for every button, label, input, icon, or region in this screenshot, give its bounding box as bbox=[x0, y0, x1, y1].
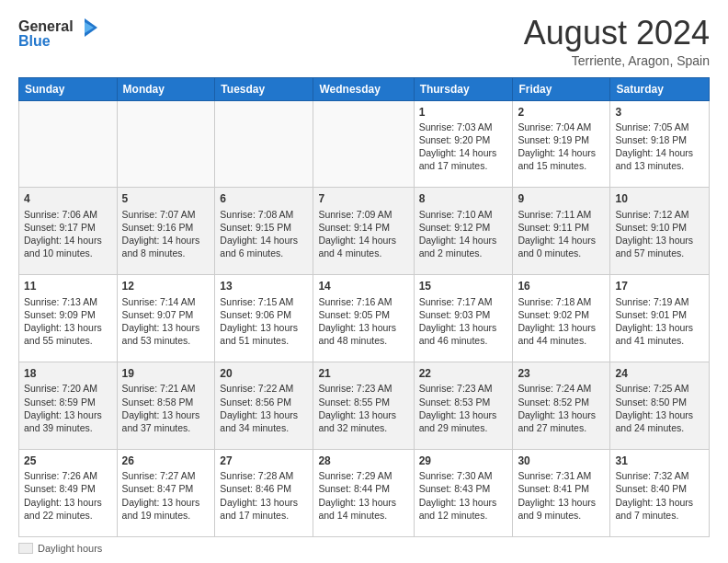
day-number: 16 bbox=[518, 279, 605, 293]
day-number: 4 bbox=[24, 191, 112, 206]
day-number: 29 bbox=[419, 454, 508, 468]
day-number: 9 bbox=[518, 191, 605, 206]
day-number: 10 bbox=[615, 191, 704, 206]
header-wednesday: Wednesday bbox=[313, 77, 414, 100]
day-number: 5 bbox=[122, 191, 210, 206]
header-thursday: Thursday bbox=[414, 77, 513, 100]
legend-label: Daylight hours bbox=[38, 543, 102, 554]
day-number: 19 bbox=[122, 366, 210, 381]
calendar-cell: 6Sunrise: 7:08 AMSunset: 9:15 PMDaylight… bbox=[215, 188, 313, 275]
svg-text:General: General bbox=[18, 18, 74, 34]
calendar-cell bbox=[313, 100, 414, 188]
page: General Blue August 2024 Terriente, Arag… bbox=[0, 0, 728, 563]
logo-text: General Blue bbox=[18, 15, 101, 53]
day-number: 6 bbox=[220, 191, 308, 206]
week-row-2: 4Sunrise: 7:06 AMSunset: 9:17 PMDaylight… bbox=[19, 188, 710, 275]
day-number: 14 bbox=[318, 279, 408, 293]
header-saturday: Saturday bbox=[610, 77, 710, 100]
calendar-cell: 14Sunrise: 7:16 AMSunset: 9:05 PMDayligh… bbox=[313, 275, 414, 362]
day-number: 21 bbox=[318, 366, 408, 381]
day-number: 23 bbox=[518, 366, 605, 381]
calendar-cell bbox=[19, 100, 118, 188]
day-number: 30 bbox=[518, 454, 605, 468]
calendar-cell: 3Sunrise: 7:05 AMSunset: 9:18 PMDaylight… bbox=[610, 100, 710, 188]
day-number: 25 bbox=[24, 454, 112, 468]
calendar-cell bbox=[117, 100, 215, 188]
week-row-5: 25Sunrise: 7:26 AMSunset: 8:49 PMDayligh… bbox=[19, 450, 710, 537]
calendar-cell: 28Sunrise: 7:29 AMSunset: 8:44 PMDayligh… bbox=[313, 450, 414, 537]
logo-svg: General Blue bbox=[18, 15, 101, 50]
week-row-1: 1Sunrise: 7:03 AMSunset: 9:20 PMDaylight… bbox=[19, 100, 710, 188]
calendar-cell: 10Sunrise: 7:12 AMSunset: 9:10 PMDayligh… bbox=[610, 188, 710, 275]
calendar-cell bbox=[215, 100, 313, 188]
calendar-cell: 13Sunrise: 7:15 AMSunset: 9:06 PMDayligh… bbox=[215, 275, 313, 362]
day-number: 13 bbox=[220, 279, 308, 293]
main-title: August 2024 bbox=[524, 15, 710, 52]
calendar-cell: 22Sunrise: 7:23 AMSunset: 8:53 PMDayligh… bbox=[414, 362, 513, 450]
day-number: 18 bbox=[24, 366, 112, 381]
calendar-table: Sunday Monday Tuesday Wednesday Thursday… bbox=[18, 77, 710, 537]
title-block: August 2024 Terriente, Aragon, Spain bbox=[524, 15, 710, 68]
day-number: 7 bbox=[318, 191, 408, 206]
day-number: 1 bbox=[419, 105, 508, 120]
day-number: 3 bbox=[615, 105, 704, 120]
calendar-cell: 21Sunrise: 7:23 AMSunset: 8:55 PMDayligh… bbox=[313, 362, 414, 450]
header-friday: Friday bbox=[513, 77, 610, 100]
day-number: 26 bbox=[122, 454, 210, 468]
subtitle: Terriente, Aragon, Spain bbox=[524, 53, 710, 68]
calendar-cell: 5Sunrise: 7:07 AMSunset: 9:16 PMDaylight… bbox=[117, 188, 215, 275]
calendar-cell: 11Sunrise: 7:13 AMSunset: 9:09 PMDayligh… bbox=[19, 275, 118, 362]
top-section: General Blue August 2024 Terriente, Arag… bbox=[18, 15, 710, 68]
calendar-cell: 31Sunrise: 7:32 AMSunset: 8:40 PMDayligh… bbox=[610, 450, 710, 537]
logo: General Blue bbox=[18, 15, 101, 53]
calendar-cell: 9Sunrise: 7:11 AMSunset: 9:11 PMDaylight… bbox=[513, 188, 610, 275]
calendar-cell: 26Sunrise: 7:27 AMSunset: 8:47 PMDayligh… bbox=[117, 450, 215, 537]
calendar-header: Sunday Monday Tuesday Wednesday Thursday… bbox=[19, 77, 710, 100]
day-number: 24 bbox=[615, 366, 704, 381]
day-number: 8 bbox=[419, 191, 508, 206]
calendar-cell: 4Sunrise: 7:06 AMSunset: 9:17 PMDaylight… bbox=[19, 188, 118, 275]
svg-text:Blue: Blue bbox=[18, 33, 51, 49]
footer: Daylight hours bbox=[18, 543, 710, 554]
calendar-cell: 18Sunrise: 7:20 AMSunset: 8:59 PMDayligh… bbox=[19, 362, 118, 450]
calendar-cell: 20Sunrise: 7:22 AMSunset: 8:56 PMDayligh… bbox=[215, 362, 313, 450]
header-sunday: Sunday bbox=[19, 77, 118, 100]
legend-box bbox=[18, 543, 33, 554]
calendar-cell: 12Sunrise: 7:14 AMSunset: 9:07 PMDayligh… bbox=[117, 275, 215, 362]
header-row: Sunday Monday Tuesday Wednesday Thursday… bbox=[19, 77, 710, 100]
header-monday: Monday bbox=[117, 77, 215, 100]
calendar-cell: 30Sunrise: 7:31 AMSunset: 8:41 PMDayligh… bbox=[513, 450, 610, 537]
day-number: 28 bbox=[318, 454, 408, 468]
calendar-cell: 25Sunrise: 7:26 AMSunset: 8:49 PMDayligh… bbox=[19, 450, 118, 537]
day-number: 11 bbox=[24, 279, 112, 293]
header-tuesday: Tuesday bbox=[215, 77, 313, 100]
week-row-4: 18Sunrise: 7:20 AMSunset: 8:59 PMDayligh… bbox=[19, 362, 710, 450]
calendar-cell: 19Sunrise: 7:21 AMSunset: 8:58 PMDayligh… bbox=[117, 362, 215, 450]
calendar-cell: 15Sunrise: 7:17 AMSunset: 9:03 PMDayligh… bbox=[414, 275, 513, 362]
day-number: 2 bbox=[518, 105, 605, 120]
day-number: 12 bbox=[122, 279, 210, 293]
day-number: 22 bbox=[419, 366, 508, 381]
calendar-cell: 2Sunrise: 7:04 AMSunset: 9:19 PMDaylight… bbox=[513, 100, 610, 188]
day-number: 15 bbox=[419, 279, 508, 293]
calendar-cell: 1Sunrise: 7:03 AMSunset: 9:20 PMDaylight… bbox=[414, 100, 513, 188]
calendar-cell: 23Sunrise: 7:24 AMSunset: 8:52 PMDayligh… bbox=[513, 362, 610, 450]
calendar-cell: 27Sunrise: 7:28 AMSunset: 8:46 PMDayligh… bbox=[215, 450, 313, 537]
day-number: 20 bbox=[220, 366, 308, 381]
calendar-cell: 7Sunrise: 7:09 AMSunset: 9:14 PMDaylight… bbox=[313, 188, 414, 275]
calendar-cell: 8Sunrise: 7:10 AMSunset: 9:12 PMDaylight… bbox=[414, 188, 513, 275]
week-row-3: 11Sunrise: 7:13 AMSunset: 9:09 PMDayligh… bbox=[19, 275, 710, 362]
calendar-body: 1Sunrise: 7:03 AMSunset: 9:20 PMDaylight… bbox=[19, 100, 710, 536]
calendar-cell: 16Sunrise: 7:18 AMSunset: 9:02 PMDayligh… bbox=[513, 275, 610, 362]
calendar-cell: 17Sunrise: 7:19 AMSunset: 9:01 PMDayligh… bbox=[610, 275, 710, 362]
day-number: 31 bbox=[615, 454, 704, 468]
calendar-cell: 24Sunrise: 7:25 AMSunset: 8:50 PMDayligh… bbox=[610, 362, 710, 450]
calendar-cell: 29Sunrise: 7:30 AMSunset: 8:43 PMDayligh… bbox=[414, 450, 513, 537]
day-number: 27 bbox=[220, 454, 308, 468]
day-number: 17 bbox=[615, 279, 704, 293]
